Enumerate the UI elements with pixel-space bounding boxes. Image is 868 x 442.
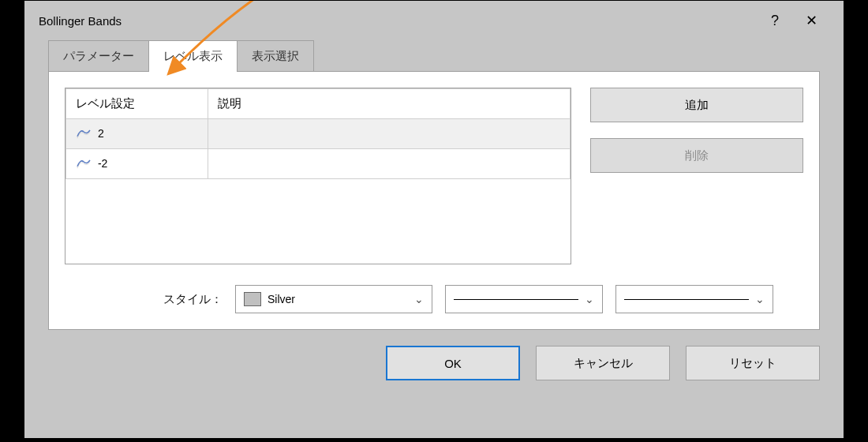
cancel-button[interactable]: キャンセル — [536, 346, 670, 380]
tab-content-levels: レベル設定 説明 2 — [48, 71, 820, 330]
ok-button[interactable]: OK — [386, 346, 520, 380]
tab-strip: パラメーター レベル表示 表示選択 — [24, 40, 844, 72]
level-value: -2 — [98, 157, 107, 170]
line-style-combo[interactable]: ⌄ — [445, 285, 603, 313]
table-row[interactable]: -2 — [66, 149, 571, 179]
chevron-down-icon: ⌄ — [755, 293, 765, 305]
line-width-combo[interactable]: ⌄ — [615, 285, 773, 313]
col-header-level[interactable]: レベル設定 — [66, 89, 208, 119]
chevron-down-icon: ⌄ — [414, 293, 424, 305]
level-value: 2 — [98, 127, 104, 140]
add-button[interactable]: 追加 — [590, 88, 803, 122]
tab-display[interactable]: 表示選択 — [237, 40, 314, 72]
table-row[interactable]: 2 — [66, 119, 571, 149]
col-header-description[interactable]: 説明 — [208, 89, 571, 119]
titlebar: Bollinger Bands ? ✕ — [24, 1, 844, 40]
line-style-sample — [454, 299, 578, 300]
level-indicator-icon — [76, 127, 92, 140]
help-button[interactable]: ? — [757, 5, 793, 36]
levels-table[interactable]: レベル設定 説明 2 — [65, 88, 571, 264]
close-button[interactable]: ✕ — [793, 5, 829, 36]
chevron-down-icon: ⌄ — [585, 293, 594, 305]
level-desc[interactable] — [208, 119, 571, 149]
color-swatch — [244, 292, 261, 306]
style-row: スタイル： Silver ⌄ ⌄ ⌄ — [65, 285, 803, 313]
window-title: Bollinger Bands — [39, 14, 757, 28]
color-combo[interactable]: Silver ⌄ — [235, 285, 432, 313]
line-width-sample — [624, 299, 749, 300]
delete-button[interactable]: 削除 — [590, 138, 803, 173]
color-name: Silver — [268, 293, 295, 305]
style-label: スタイル： — [65, 292, 223, 307]
bollinger-bands-dialog: Bollinger Bands ? ✕ パラメーター レベル表示 表示選択 レベ… — [24, 0, 844, 439]
tab-levels[interactable]: レベル表示 — [148, 40, 238, 72]
tab-parameters[interactable]: パラメーター — [48, 40, 149, 72]
level-desc[interactable] — [208, 149, 571, 179]
level-indicator-icon — [76, 157, 92, 170]
dialog-footer: OK キャンセル リセット — [24, 346, 844, 398]
reset-button[interactable]: リセット — [686, 346, 820, 380]
